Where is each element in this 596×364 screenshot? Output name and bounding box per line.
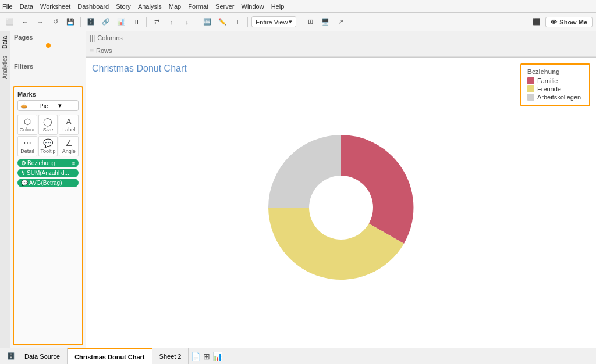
- data-source-tab[interactable]: Data Source: [17, 348, 68, 364]
- detail-label: Detail: [20, 148, 34, 154]
- marks-detail-button[interactable]: ⋯ Detail: [17, 136, 37, 156]
- label-label: Label: [62, 127, 75, 133]
- christmas-donut-tab[interactable]: Christmas Donut Chart: [68, 348, 152, 364]
- marks-field-avg[interactable]: 💬 AVG(Betrag): [17, 179, 79, 187]
- beziehung-label: Beziehung: [27, 160, 55, 166]
- sidebar-tab-data[interactable]: Data: [1, 34, 9, 51]
- columns-shelf[interactable]: ||| Columns: [86, 31, 596, 44]
- reload-button[interactable]: ↺: [49, 16, 62, 28]
- legend-item-freunde: Freunde: [527, 85, 583, 92]
- status-icon-area: 🗄️: [5, 352, 17, 360]
- rows-icon: ≡: [90, 47, 94, 55]
- marks-title: Marks: [17, 91, 79, 98]
- legend-item-familie: Familie: [527, 77, 583, 84]
- columns-label: Columns: [97, 34, 126, 41]
- legend-label-arbeitskollegen: Arbeitskollegen: [537, 94, 581, 101]
- show-me-icon: 👁: [551, 19, 557, 26]
- beziehung-icon: ⚙: [21, 160, 26, 166]
- sidebar-tabs: Data Analytics: [0, 31, 10, 348]
- separator-4: [247, 17, 248, 27]
- share-button[interactable]: ↗: [334, 16, 347, 28]
- marks-field-sum[interactable]: ↯ SUM(Anzahl d...: [17, 169, 79, 177]
- menu-file[interactable]: File: [2, 3, 13, 10]
- columns-icon: |||: [90, 34, 95, 42]
- size-label: Size: [43, 127, 54, 133]
- menu-window[interactable]: Window: [242, 3, 264, 10]
- marks-tooltip-button[interactable]: 💬 Tooltip: [38, 136, 58, 156]
- avg-icon: 💬: [21, 180, 28, 186]
- entire-view-dropdown[interactable]: Entire View ▾: [251, 16, 296, 27]
- colour-label: Colour: [20, 127, 36, 133]
- new-dashboard-icon[interactable]: ⊞: [203, 352, 210, 361]
- save-button[interactable]: 💾: [64, 16, 77, 28]
- pages-dot: [46, 43, 51, 48]
- marks-angle-button[interactable]: ∠ Angle: [59, 136, 79, 156]
- marks-field-beziehung[interactable]: ⚙ Beziehung ≡: [17, 159, 79, 167]
- legend-swatch-freunde: [527, 85, 534, 92]
- new-sheet-icon[interactable]: 📄: [191, 352, 201, 361]
- pages-title: Pages: [14, 34, 82, 41]
- device-preview-button[interactable]: 🖥️: [319, 16, 332, 28]
- detail-icon: ⋯: [23, 138, 31, 148]
- beziehung-menu-icon: ≡: [72, 160, 75, 166]
- label-icon: A: [66, 117, 71, 126]
- workspace: ||| Columns ≡ Rows Christmas Donut Chart: [86, 31, 596, 348]
- marks-type-dropdown[interactable]: 🥧 Pie ▾: [17, 100, 79, 111]
- status-icons: 📄 ⊞ 📊: [191, 352, 222, 361]
- rows-shelf[interactable]: ≡ Rows: [86, 44, 596, 57]
- sort-desc-button[interactable]: ↓: [180, 16, 193, 28]
- legend-swatch-familie: [527, 77, 534, 84]
- menu-dashboard[interactable]: Dashboard: [77, 3, 109, 10]
- marks-section: Marks 🥧 Pie ▾ ⬡ Colour ◯ Size A Label: [13, 86, 83, 345]
- label-button[interactable]: 🔤: [201, 16, 214, 28]
- sort-asc-button[interactable]: ↑: [165, 16, 178, 28]
- show-me-button[interactable]: 👁 Show Me: [545, 17, 593, 27]
- marks-fields: ⚙ Beziehung ≡ ↯ SUM(Anzahl d... 💬 AVG(Be…: [17, 159, 79, 187]
- marks-colour-button[interactable]: ⬡ Colour: [17, 115, 37, 135]
- filters-section: Filters: [10, 60, 86, 84]
- fix-axes-button[interactable]: ⊞: [304, 16, 317, 28]
- forward-button[interactable]: →: [34, 16, 47, 28]
- dropdown-arrow-icon: ▾: [289, 18, 292, 26]
- chart-title: Christmas Donut Chart: [92, 63, 590, 74]
- entire-view-label: Entire View: [256, 19, 288, 26]
- menu-help[interactable]: Help: [271, 3, 285, 10]
- legend-title: Beziehung: [527, 68, 583, 75]
- back-button[interactable]: ←: [19, 16, 31, 28]
- connect-button[interactable]: 🔗: [100, 16, 112, 28]
- marks-label-button[interactable]: A Label: [59, 115, 79, 135]
- legend-box: Beziehung Familie Freunde Arbeitskollege…: [520, 63, 590, 106]
- extract-button[interactable]: 📊: [115, 16, 127, 28]
- menu-format[interactable]: Format: [188, 3, 208, 10]
- new-ds-button[interactable]: 🗄️: [84, 16, 97, 28]
- swap-button[interactable]: ⇄: [150, 16, 163, 28]
- annotate-button[interactable]: T: [231, 16, 244, 28]
- highlight-button[interactable]: ✏️: [216, 16, 229, 28]
- sheet2-tab[interactable]: Sheet 2: [152, 348, 189, 364]
- marks-buttons-grid: ⬡ Colour ◯ Size A Label ⋯ Detail 💬 To: [17, 115, 79, 156]
- database-icon: 🗄️: [7, 352, 15, 359]
- tooltip-label: Tooltip: [40, 148, 55, 154]
- menu-data[interactable]: Data: [20, 3, 33, 10]
- present-button[interactable]: ⬛: [530, 16, 543, 28]
- menu-analysis[interactable]: Analysis: [138, 3, 162, 10]
- menu-server[interactable]: Server: [215, 3, 234, 10]
- marks-dropdown-arrow: ▾: [58, 102, 76, 109]
- left-panel: Pages Filters Marks 🥧 Pie ▾ ⬡ Colour ◯: [10, 31, 86, 348]
- menu-story[interactable]: Story: [116, 3, 131, 10]
- colour-icon: ⬡: [24, 117, 31, 126]
- new-button[interactable]: ⬜: [3, 16, 16, 28]
- main-layout: Data Analytics Pages Filters Marks 🥧 Pie…: [0, 31, 596, 348]
- toolbar: ⬜ ← → ↺ 💾 🗄️ 🔗 📊 ⏸ ⇄ ↑ ↓ 🔤 ✏️ T Entire V…: [0, 13, 596, 31]
- pie-icon: 🥧: [20, 102, 38, 109]
- angle-icon: ∠: [65, 138, 73, 148]
- christmas-donut-label: Christmas Donut Chart: [74, 354, 144, 361]
- shelf-area: ||| Columns ≡ Rows: [86, 31, 596, 58]
- marks-size-button[interactable]: ◯ Size: [38, 115, 58, 135]
- new-story-icon[interactable]: 📊: [212, 352, 222, 361]
- menu-map[interactable]: Map: [169, 3, 181, 10]
- sum-icon: ↯: [21, 170, 26, 176]
- sidebar-tab-analytics[interactable]: Analytics: [1, 53, 9, 81]
- pause-button[interactable]: ⏸: [130, 16, 143, 28]
- menu-worksheet[interactable]: Worksheet: [40, 3, 70, 10]
